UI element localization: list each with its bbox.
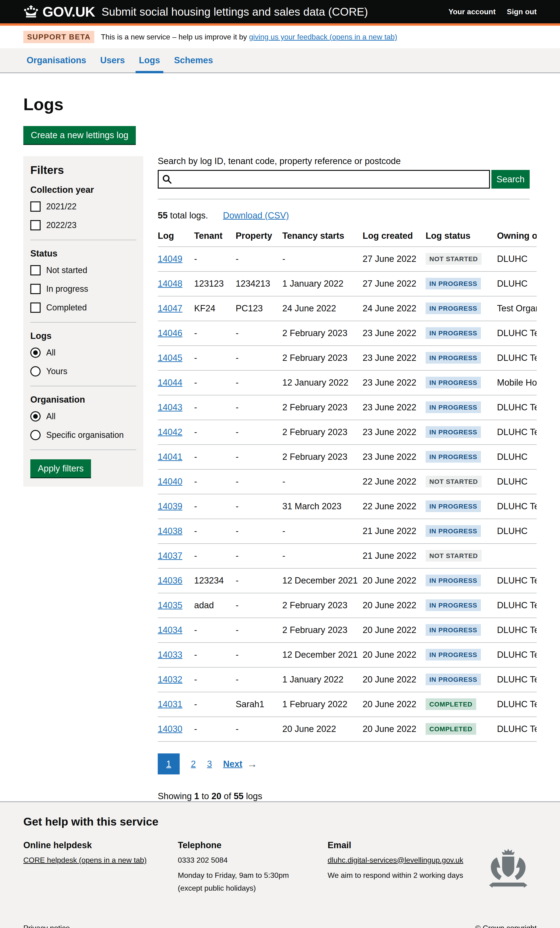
primary-navigation: Organisations Users Logs Schemes xyxy=(0,48,560,73)
tenancy-starts-cell: 20 June 2022 xyxy=(282,717,363,742)
radio-logs-yours[interactable]: Yours xyxy=(31,366,136,377)
log-link[interactable]: 14039 xyxy=(158,501,183,511)
table-row: 14038---21 June 2022IN PROGRESSDLUHC xyxy=(158,519,537,543)
log-created-cell: 20 June 2022 xyxy=(363,568,426,593)
log-link[interactable]: 14033 xyxy=(158,650,183,659)
govuk-logotype[interactable]: GOV.UK xyxy=(43,4,95,20)
apply-filters-button[interactable]: Apply filters xyxy=(31,459,91,477)
next-arrow-icon[interactable]: → xyxy=(247,758,257,770)
nav-item-schemes[interactable]: Schemes xyxy=(171,48,216,73)
log-link[interactable]: 14042 xyxy=(158,427,183,437)
search-input[interactable] xyxy=(158,170,490,189)
checkbox-icon[interactable] xyxy=(31,220,41,230)
email-link[interactable]: dluhc.digital-services@levellingup.gov.u… xyxy=(328,856,463,864)
page-link-3[interactable]: 3 xyxy=(207,759,212,769)
checkbox-2022-23[interactable]: 2022/23 xyxy=(31,220,136,230)
log-link[interactable]: 14030 xyxy=(158,724,183,734)
footer: Get help with this service Online helpde… xyxy=(0,801,560,928)
log-created-cell: 20 June 2022 xyxy=(363,643,426,667)
radio-label: Specific organisation xyxy=(46,430,124,440)
property-cell: - xyxy=(236,247,282,272)
nav-item-logs[interactable]: Logs xyxy=(136,48,163,73)
log-link[interactable]: 14040 xyxy=(158,476,183,486)
log-created-cell: 20 June 2022 xyxy=(363,667,426,692)
telephone-number: 0333 202 5084 xyxy=(178,856,328,864)
log-created-cell: 23 June 2022 xyxy=(363,420,426,445)
log-link[interactable]: 14048 xyxy=(158,279,183,288)
col-header-tenant: Tenant xyxy=(194,231,236,247)
service-name[interactable]: Submit social housing lettings and sales… xyxy=(102,5,368,18)
owning-organisation-cell: DLUHC Tes xyxy=(497,395,537,420)
log-link[interactable]: 14031 xyxy=(158,699,183,709)
log-status-cell: IN PROGRESS xyxy=(426,296,497,321)
property-cell: - xyxy=(236,494,282,519)
total-logs-count: 55 total logs. xyxy=(158,211,208,221)
log-created-cell: 23 June 2022 xyxy=(363,370,426,395)
tenancy-starts-cell: - xyxy=(282,543,363,568)
create-lettings-log-button[interactable]: Create a new lettings log xyxy=(23,126,136,144)
nav-item-users[interactable]: Users xyxy=(97,48,128,73)
checkbox-icon[interactable] xyxy=(31,284,41,294)
checkbox-icon[interactable] xyxy=(31,201,41,212)
checkbox-label: In progress xyxy=(46,284,88,294)
log-link[interactable]: 14043 xyxy=(158,402,183,412)
log-link[interactable]: 14045 xyxy=(158,353,183,363)
status-badge: IN PROGRESS xyxy=(426,426,481,438)
sign-out-link[interactable]: Sign out xyxy=(507,8,537,16)
privacy-notice-link[interactable]: Privacy notice xyxy=(23,924,70,928)
log-link[interactable]: 14047 xyxy=(158,304,183,313)
filter-group-label: Organisation xyxy=(31,395,136,405)
next-page-link[interactable]: Next xyxy=(223,759,242,769)
log-link[interactable]: 14032 xyxy=(158,675,183,684)
log-status-cell: IN PROGRESS xyxy=(426,420,497,445)
your-account-link[interactable]: Your account xyxy=(449,8,496,16)
crown-copyright-link[interactable]: © Crown copyright xyxy=(475,924,537,928)
checkbox-icon[interactable] xyxy=(31,265,41,275)
log-link[interactable]: 14049 xyxy=(158,254,183,264)
status-badge: IN PROGRESS xyxy=(426,624,481,636)
log-link[interactable]: 14037 xyxy=(158,551,183,561)
tenancy-starts-cell: 12 December 2021 xyxy=(282,643,363,667)
radio-icon[interactable] xyxy=(31,348,41,358)
radio-icon[interactable] xyxy=(31,411,41,421)
page-link-2[interactable]: 2 xyxy=(191,759,196,769)
table-row: 14045--2 February 202323 June 2022IN PRO… xyxy=(158,346,537,370)
property-cell: - xyxy=(236,346,282,370)
log-link[interactable]: 14035 xyxy=(158,600,183,610)
owning-organisation-cell: DLUHC Tes xyxy=(497,568,537,593)
filter-group-collection-year: Collection year 2021/22 2022/23 xyxy=(31,185,136,230)
property-cell: - xyxy=(236,420,282,445)
log-link[interactable]: 14041 xyxy=(158,452,183,462)
radio-icon[interactable] xyxy=(31,366,41,377)
radio-logs-all[interactable]: All xyxy=(31,348,136,358)
log-created-cell: 27 June 2022 xyxy=(363,272,426,296)
feedback-link[interactable]: giving us your feedback (opens in a new … xyxy=(249,33,397,41)
log-link[interactable]: 14038 xyxy=(158,526,183,536)
checkbox-in-progress[interactable]: In progress xyxy=(31,284,136,294)
owning-organisation-cell: DLUHC Tes xyxy=(497,717,537,742)
nav-item-organisations[interactable]: Organisations xyxy=(23,48,90,73)
tenancy-starts-cell: 2 February 2023 xyxy=(282,395,363,420)
radio-specific-organisation[interactable]: Specific organisation xyxy=(31,430,136,440)
core-helpdesk-link[interactable]: CORE helpdesk (opens in a new tab) xyxy=(23,856,146,864)
log-link[interactable]: 14034 xyxy=(158,625,183,635)
pagination: 1 2 3 Next → xyxy=(158,753,537,774)
download-csv-link[interactable]: Download (CSV) xyxy=(223,211,289,221)
log-link[interactable]: 14046 xyxy=(158,328,183,338)
owning-organisation-cell: DLUHC xyxy=(497,272,537,296)
search-button[interactable]: Search xyxy=(491,170,529,189)
tenant-cell: - xyxy=(194,643,236,667)
status-badge: IN PROGRESS xyxy=(426,302,481,314)
checkbox-completed[interactable]: Completed xyxy=(31,302,136,313)
checkbox-2021-22[interactable]: 2021/22 xyxy=(31,201,136,212)
log-link[interactable]: 14044 xyxy=(158,378,183,388)
radio-icon[interactable] xyxy=(31,430,41,440)
table-row: 14034--2 February 202320 June 2022IN PRO… xyxy=(158,618,537,643)
log-link[interactable]: 14036 xyxy=(158,575,183,585)
log-status-cell: IN PROGRESS xyxy=(426,643,497,667)
property-cell: - xyxy=(236,321,282,346)
page-link-1[interactable]: 1 xyxy=(158,753,180,774)
checkbox-not-started[interactable]: Not started xyxy=(31,265,136,275)
radio-organisation-all[interactable]: All xyxy=(31,411,136,421)
checkbox-icon[interactable] xyxy=(31,302,41,313)
